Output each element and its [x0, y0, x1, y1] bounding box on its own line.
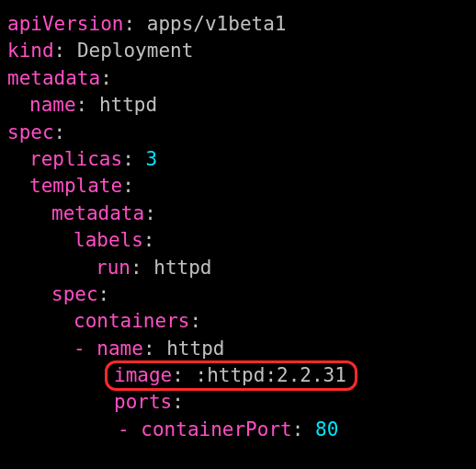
line-ports: ports:	[7, 389, 469, 416]
yaml-value: 80	[315, 418, 338, 440]
line-metadata-name: name: httpd	[7, 92, 469, 119]
yaml-key: metadata	[7, 67, 100, 89]
yaml-key: replicas	[29, 148, 122, 170]
colon: :	[172, 391, 184, 413]
yaml-key: kind	[7, 40, 54, 62]
line-run: run: httpd	[7, 255, 469, 281]
line-apiversion: apiVersion: apps/v1beta1	[7, 11, 469, 38]
colon: :	[122, 148, 134, 170]
yaml-value: :httpd:2.2.31	[196, 364, 346, 386]
yaml-dash: -	[118, 418, 130, 440]
yaml-key: template	[29, 175, 122, 197]
yaml-key: spec	[51, 283, 98, 305]
line-template-metadata: metadata:	[7, 200, 469, 227]
yaml-key: run	[96, 257, 130, 279]
highlight-annotation: image: :httpd:2.2.31	[114, 362, 346, 389]
colon: :	[54, 40, 66, 62]
colon: :	[98, 283, 110, 305]
yaml-value: httpd	[99, 94, 157, 116]
yaml-value: httpd	[153, 257, 211, 279]
yaml-value: httpd	[166, 337, 224, 360]
yaml-key: containerPort	[141, 418, 291, 440]
colon: :	[130, 257, 142, 279]
colon: :	[54, 121, 66, 143]
line-metadata: metadata:	[7, 65, 469, 92]
colon: :	[292, 418, 304, 440]
colon: :	[143, 229, 155, 251]
line-template-spec: spec:	[7, 281, 469, 308]
line-containerport: - containerPort: 80	[7, 417, 469, 443]
line-template: template:	[7, 173, 469, 200]
colon: :	[123, 13, 135, 35]
yaml-dash: -	[74, 337, 85, 360]
yaml-value: 3	[145, 148, 157, 170]
colon: :	[122, 175, 134, 197]
yaml-key: spec	[7, 121, 54, 143]
colon: :	[100, 67, 112, 89]
yaml-key: apiVersion	[7, 13, 123, 35]
colon: :	[143, 337, 155, 360]
yaml-key: containers	[74, 310, 189, 332]
yaml-value: apps/v1beta1	[147, 13, 287, 35]
yaml-key: name	[29, 94, 76, 116]
yaml-key: labels	[74, 229, 143, 251]
yaml-value: Deployment	[77, 40, 193, 62]
line-containers: containers:	[7, 308, 469, 335]
line-spec: spec:	[7, 120, 469, 146]
yaml-key: ports	[114, 391, 172, 413]
colon: :	[76, 94, 88, 116]
yaml-key: metadata	[51, 202, 144, 224]
colon: :	[189, 310, 201, 332]
yaml-code-block: apiVersion: apps/v1beta1 kind: Deploymen…	[7, 11, 469, 443]
line-kind: kind: Deployment	[7, 38, 469, 64]
line-labels: labels:	[7, 227, 469, 254]
line-replicas: replicas: 3	[7, 146, 469, 173]
yaml-key: image	[114, 364, 172, 386]
yaml-key: name	[96, 337, 143, 360]
line-container-name: - name: httpd	[7, 336, 469, 362]
colon: :	[144, 202, 156, 224]
line-image: image: :httpd:2.2.31	[7, 362, 469, 389]
colon: :	[172, 364, 184, 386]
